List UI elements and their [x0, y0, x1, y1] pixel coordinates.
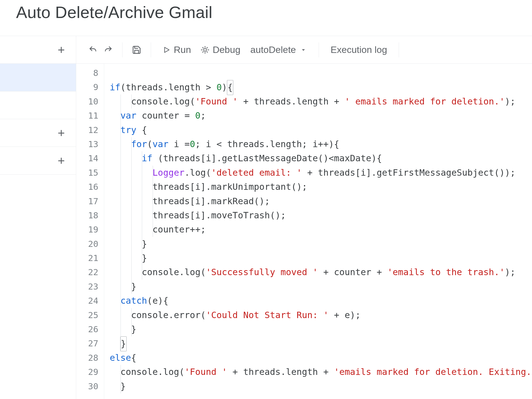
line-number: 25	[76, 308, 104, 322]
line-number: 11	[76, 109, 104, 123]
line-number: 14	[76, 151, 104, 165]
line-number: 17	[76, 194, 104, 208]
line-number: 10	[76, 94, 104, 109]
line-number: 13	[76, 137, 104, 151]
side-panel-row[interactable]: +	[0, 119, 76, 147]
line-number-gutter: 8910111213141516171819202122232425262728…	[76, 64, 104, 399]
code-line[interactable]: for(var i =0; i < threads.length; i++){	[110, 137, 532, 151]
code-line[interactable]: try {	[110, 123, 532, 137]
main-area: +++ Run Debug a	[0, 36, 532, 399]
code-line[interactable]: console.error('Could Not Start Run: ' + …	[110, 308, 532, 322]
execution-log-button[interactable]: Execution log	[326, 44, 392, 55]
side-panel: +++	[0, 36, 76, 399]
line-number: 22	[76, 265, 104, 279]
line-number: 24	[76, 294, 104, 308]
side-panel-row[interactable]	[0, 64, 76, 91]
line-number: 19	[76, 222, 104, 237]
line-number: 8	[76, 66, 104, 80]
line-number: 28	[76, 351, 104, 365]
code-line[interactable]: console.log('Found ' + threads.length + …	[110, 365, 532, 379]
project-title[interactable]: Auto Delete/Archive Gmail	[16, 3, 213, 22]
code-line[interactable]: }	[110, 322, 532, 336]
redo-button[interactable]	[101, 42, 116, 57]
code-line[interactable]: threads[i].markUnimportant();	[110, 180, 532, 194]
line-number: 29	[76, 365, 104, 379]
toolbar-separator	[151, 42, 151, 57]
editor-area: Run Debug autoDelete Execution log 89101…	[76, 36, 532, 399]
code-editor[interactable]: 8910111213141516171819202122232425262728…	[76, 64, 532, 399]
title-bar: Auto Delete/Archive Gmail	[0, 0, 532, 36]
line-number: 30	[76, 379, 104, 393]
code-line[interactable]: threads[i].markRead();	[110, 194, 532, 208]
code-line[interactable]: threads[i].moveToTrash();	[110, 208, 532, 222]
line-number: 21	[76, 251, 104, 265]
side-panel-row[interactable]: +	[0, 36, 76, 64]
debug-button[interactable]: Debug	[196, 44, 245, 55]
code-line[interactable]: if(threads.length > 0){	[110, 80, 532, 94]
line-number: 16	[76, 180, 104, 194]
function-select[interactable]: autoDelete	[245, 44, 312, 55]
toolbar: Run Debug autoDelete Execution log	[76, 36, 532, 64]
code-line[interactable]: catch(e){	[110, 294, 532, 308]
execution-log-label: Execution log	[331, 44, 387, 55]
debug-label: Debug	[213, 44, 240, 55]
code-line[interactable]: if (threads[i].getLastMessageDate()<maxD…	[110, 151, 532, 165]
line-number: 15	[76, 166, 104, 180]
toolbar-separator	[399, 42, 399, 57]
toolbar-separator	[319, 42, 319, 57]
side-panel-row[interactable]	[0, 91, 76, 119]
line-number: 9	[76, 80, 104, 94]
line-number: 20	[76, 237, 104, 251]
svg-marker-0	[165, 47, 169, 52]
code-line[interactable]: }	[110, 336, 532, 351]
line-number: 12	[76, 123, 104, 137]
code-line[interactable]: }	[110, 280, 532, 294]
undo-icon	[88, 45, 98, 55]
code-line[interactable]: }	[110, 379, 532, 393]
run-button[interactable]: Run	[158, 44, 196, 55]
side-panel-row[interactable]: +	[0, 147, 76, 175]
code-line[interactable]: console.log('Successfully moved ' + coun…	[110, 265, 532, 279]
code-line[interactable]: else{	[110, 351, 532, 365]
plus-icon: +	[58, 155, 65, 167]
code-line[interactable]: }	[110, 237, 532, 251]
code-content[interactable]: if(threads.length > 0){ console.log('Fou…	[104, 64, 532, 399]
save-icon	[132, 45, 141, 55]
redo-icon	[103, 45, 113, 55]
plus-icon: +	[58, 44, 65, 56]
code-line[interactable]: counter++;	[110, 222, 532, 237]
undo-button[interactable]	[86, 42, 101, 57]
chevron-down-icon	[300, 46, 307, 53]
debug-icon	[201, 46, 209, 54]
code-line[interactable]: Logger.log('deleted email: ' + threads[i…	[110, 166, 532, 180]
code-line[interactable]	[110, 66, 532, 80]
plus-icon: +	[58, 127, 65, 139]
toolbar-separator	[122, 42, 122, 57]
line-number: 23	[76, 280, 104, 294]
code-line[interactable]: console.log('Found ' + threads.length + …	[110, 94, 532, 109]
code-line[interactable]: var counter = 0;	[110, 109, 532, 123]
line-number: 18	[76, 208, 104, 222]
svg-point-1	[204, 48, 206, 51]
line-number: 26	[76, 322, 104, 336]
run-label: Run	[174, 44, 191, 55]
play-icon	[163, 46, 170, 54]
save-button[interactable]	[129, 42, 144, 57]
function-selected-label: autoDelete	[250, 44, 296, 55]
line-number: 27	[76, 336, 104, 351]
code-line[interactable]: }	[110, 251, 532, 265]
